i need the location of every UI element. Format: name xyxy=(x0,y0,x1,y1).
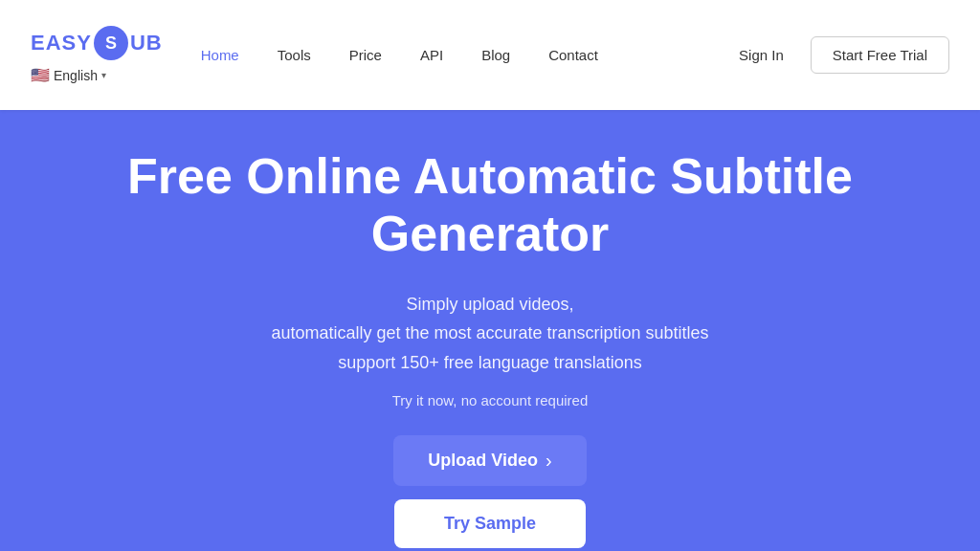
flag-icon: 🇺🇸 xyxy=(31,66,50,84)
logo-s-letter: S xyxy=(105,33,117,54)
hero-button-row: Upload Video › Try Sample xyxy=(393,435,586,548)
nav-item-price[interactable]: Price xyxy=(334,39,397,71)
upload-video-button[interactable]: Upload Video › xyxy=(393,435,586,486)
chevron-down-icon: ▾ xyxy=(101,70,106,80)
start-free-trial-button[interactable]: Start Free Trial xyxy=(811,36,949,74)
hero-subtitle-line2: automatically get the most accurate tran… xyxy=(271,323,708,342)
logo-icon: S xyxy=(94,26,128,60)
try-sample-button[interactable]: Try Sample xyxy=(394,499,586,548)
header: EASY S UB 🇺🇸 English ▾ Home Tools Price … xyxy=(0,0,980,110)
hero-subtitle-line3: support 150+ free language translations xyxy=(338,353,642,372)
hero-section: Free Online Automatic Subtitle Generator… xyxy=(0,110,980,551)
nav-item-api[interactable]: API xyxy=(405,39,458,71)
hero-subtitle-line1: Simply upload videos, xyxy=(406,295,573,314)
nav-item-blog[interactable]: Blog xyxy=(466,39,525,71)
language-selector[interactable]: 🇺🇸 English ▾ xyxy=(31,66,163,84)
nav-item-tools[interactable]: Tools xyxy=(262,39,326,71)
hero-note: Try it now, no account required xyxy=(392,392,589,408)
upload-video-label: Upload Video xyxy=(428,451,538,471)
nav-item-home[interactable]: Home xyxy=(186,39,255,71)
language-label: English xyxy=(54,68,98,83)
chevron-right-icon: › xyxy=(546,450,552,472)
signin-button[interactable]: Sign In xyxy=(720,39,803,71)
main-nav: Home Tools Price API Blog Contact Sign I… xyxy=(186,36,949,74)
logo-easy: EASY xyxy=(31,31,92,55)
nav-item-contact[interactable]: Contact xyxy=(533,39,613,71)
hero-subtitle: Simply upload videos, automatically get … xyxy=(271,290,708,378)
logo-sub: UB xyxy=(130,31,163,55)
hero-title: Free Online Automatic Subtitle Generator xyxy=(31,148,949,263)
logo[interactable]: EASY S UB xyxy=(31,26,163,60)
logo-area: EASY S UB 🇺🇸 English ▾ xyxy=(31,26,163,84)
